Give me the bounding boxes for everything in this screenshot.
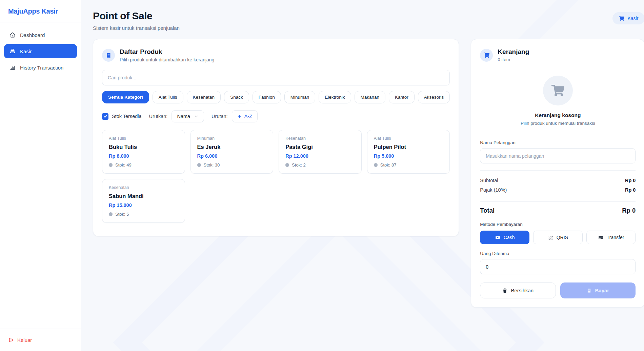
product-stock: Stok: 5 <box>115 212 129 217</box>
sidebar: MajuApps Kasir Dashboard Kasir History T… <box>0 0 81 351</box>
product-stock: Stok: 30 <box>204 162 220 168</box>
payment-method-label: Cash <box>504 235 515 240</box>
category-chip-elektronik[interactable]: Elektronik <box>319 91 351 103</box>
empty-cart-title: Keranjang kosong <box>480 112 636 118</box>
page-subtitle: Sistem kasir untuk transaksi penjualan <box>93 25 180 31</box>
sidebar-item-kasir[interactable]: Kasir <box>4 44 77 58</box>
product-stock: Stok: 2 <box>292 162 305 168</box>
product-name: Buku Tulis <box>109 144 178 150</box>
subtotal-row: Subtotal Rp 0 <box>480 176 636 185</box>
empty-cart-icon <box>543 76 573 105</box>
total-row: Total Rp 0 <box>480 207 636 214</box>
product-price: Rp 12.000 <box>285 153 355 159</box>
payment-method-label: QRIS <box>557 235 568 240</box>
role-badge-label: Kasir <box>627 16 638 21</box>
page-header: Point of Sale Sistem kasir untuk transak… <box>93 8 644 31</box>
divider <box>480 170 636 171</box>
sidebar-item-history[interactable]: History Transaction <box>4 60 77 75</box>
cart-actions: Bersihkan Bayar <box>480 282 636 298</box>
page-title: Point of Sale <box>93 10 180 22</box>
product-card-pasta-gigi[interactable]: Kesehatan Pasta Gigi Rp 12.000 Stok: 2 <box>279 130 362 174</box>
brand-name: MajuApps Kasir <box>8 7 58 15</box>
stock-dot-icon <box>197 163 201 167</box>
cart-panel: Keranjang 0 item Keranjang kosong Pilih … <box>471 39 644 308</box>
product-card-es-jeruk[interactable]: Minuman Es Jeruk Rp 6.000 Stok: 30 <box>190 130 274 174</box>
cart-item-count: 0 item <box>498 57 529 62</box>
category-chip-kesehatan[interactable]: Kesehatan <box>187 91 221 103</box>
role-badge[interactable]: Kasir <box>612 12 644 24</box>
product-price: Rp 5.000 <box>374 153 443 159</box>
product-card-sabun-mandi[interactable]: Kesehatan Sabun Mandi Rp 15.000 Stok: 5 <box>102 179 185 223</box>
category-chip-aksesoris[interactable]: Aksesoris <box>418 91 450 103</box>
bar-chart-icon <box>9 64 16 71</box>
product-price: Rp 6.000 <box>197 153 267 159</box>
product-category: Kesehatan <box>285 136 355 141</box>
product-category: Alat Tulis <box>374 136 443 141</box>
brand-logo: MajuApps Kasir <box>0 0 81 22</box>
product-category: Alat Tulis <box>109 136 178 141</box>
logout-button[interactable]: Keluar <box>8 337 73 343</box>
category-chip-fashion[interactable]: Fashion <box>253 91 281 103</box>
products-title: Daftar Produk <box>120 48 214 56</box>
receipt-icon <box>587 288 591 293</box>
product-card-buku-tulis[interactable]: Alat Tulis Buku Tulis Rp 8.000 Stok: 49 <box>102 130 185 174</box>
logout-label: Keluar <box>17 337 32 343</box>
category-chip-kantor[interactable]: Kantor <box>389 91 415 103</box>
sort-order-button[interactable]: A-Z <box>232 110 258 122</box>
sidebar-item-label: Dashboard <box>20 32 45 38</box>
payment-method-label: Transfer <box>607 235 624 240</box>
chevron-down-icon <box>194 114 199 119</box>
product-card-pulpen-pilot[interactable]: Alat Tulis Pulpen Pilot Rp 5.000 Stok: 8… <box>367 130 450 174</box>
payment-method-qris[interactable]: QRIS <box>533 231 583 244</box>
stock-available-checkbox[interactable] <box>102 113 108 120</box>
credit-card-icon <box>598 235 604 240</box>
customer-name-input[interactable] <box>480 148 636 163</box>
banknote-icon <box>495 235 501 240</box>
tax-value: Rp 0 <box>625 187 636 193</box>
product-stock: Stok: 87 <box>380 162 397 168</box>
empty-cart-subtitle: Pilih produk untuk memulai transaksi <box>480 121 636 126</box>
category-chip-semua-kategori[interactable]: Semua Kategori <box>102 91 149 103</box>
products-panel: Daftar Produk Pilih produk untuk ditamba… <box>93 39 459 236</box>
logout-icon <box>8 337 14 343</box>
tax-label: Pajak (10%) <box>480 187 507 193</box>
product-price: Rp 15.000 <box>109 202 178 208</box>
category-chip-alat-tulis[interactable]: Alat Tulis <box>153 91 183 103</box>
category-chip-minuman[interactable]: Minuman <box>284 91 316 103</box>
stock-dot-icon <box>109 163 113 167</box>
search-input[interactable] <box>102 70 450 85</box>
payment-method-transfer[interactable]: Transfer <box>586 231 636 244</box>
total-label: Total <box>480 207 495 214</box>
main-content: Point of Sale Sistem kasir untuk transak… <box>81 0 644 351</box>
total-value: Rp 0 <box>622 207 636 214</box>
category-chip-makanan[interactable]: Makanan <box>355 91 386 103</box>
home-icon <box>9 32 16 38</box>
qr-code-icon <box>548 235 554 240</box>
sort-label: Urutkan: <box>149 114 168 119</box>
products-subtitle: Pilih produk untuk ditambahkan ke keranj… <box>120 57 214 62</box>
pay-button[interactable]: Bayar <box>560 282 636 298</box>
cash-received-label: Uang Diterima <box>480 251 636 256</box>
trash-icon <box>502 288 507 293</box>
category-chip-snack[interactable]: Snack <box>224 91 249 103</box>
clear-cart-button[interactable]: Bersihkan <box>480 282 556 298</box>
product-stock: Stok: 49 <box>115 162 132 168</box>
sidebar-item-dashboard[interactable]: Dashboard <box>4 28 77 42</box>
payment-method-cash[interactable]: Cash <box>480 231 529 244</box>
payment-methods: Cash QRIS Transfer <box>480 231 636 244</box>
filter-bar: Stok Tersedia Urutkan: Nama Urutan: A-Z <box>102 110 450 122</box>
sort-select[interactable]: Nama <box>172 110 204 122</box>
subtotal-value: Rp 0 <box>625 178 636 183</box>
sort-order-value: A-Z <box>244 114 252 119</box>
cart-empty-state: Keranjang kosong Pilih produk untuk memu… <box>480 62 636 135</box>
product-name: Pasta Gigi <box>285 144 355 150</box>
product-name: Pulpen Pilot <box>374 144 443 150</box>
sidebar-nav: Dashboard Kasir History Transaction <box>0 22 81 80</box>
pay-label: Bayar <box>595 288 609 293</box>
arrow-up-icon <box>237 114 242 119</box>
payment-method-label: Metode Pembayaran <box>480 222 636 227</box>
order-label: Urutan: <box>212 114 228 119</box>
product-grid: Alat Tulis Buku Tulis Rp 8.000 Stok: 49 … <box>102 130 450 223</box>
cash-received-input[interactable] <box>480 259 636 274</box>
category-chips: Semua Kategori Alat Tulis Kesehatan Snac… <box>102 91 450 103</box>
